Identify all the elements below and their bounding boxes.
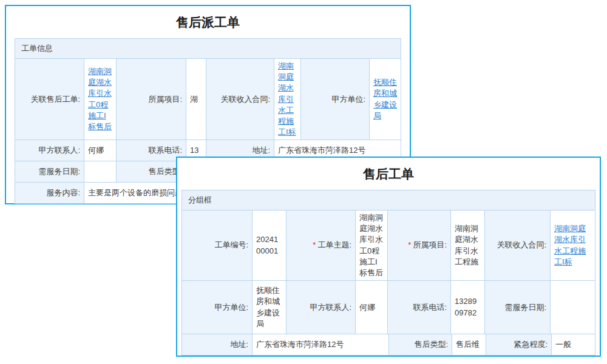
field-label: 工单编号:: [182, 211, 252, 280]
work-order-window: 售后工单 分组框 工单编号:2024100001*工单主题:湖南洞庭湖水库引水工…: [176, 157, 601, 357]
field-label: 售后类型:: [388, 334, 452, 355]
field-label: *所属项目:: [387, 211, 450, 280]
field-value: 湖: [186, 59, 206, 140]
record-link[interactable]: 湖南洞庭湖水库引水工程施工I标: [278, 61, 297, 138]
field-label: 所属项目:: [116, 59, 186, 140]
field-value: 湖南洞庭湖水库引水工程施工I标: [550, 211, 595, 280]
field-value: 一般: [551, 334, 595, 355]
form-row: 地址:广东省珠海市菏泽路12号售后类型:售后维紧急程度:一般: [182, 334, 595, 355]
section-header: 工单信息: [15, 39, 401, 58]
field-label: 紧急程度:: [486, 334, 551, 355]
field-value: 何娜: [355, 281, 387, 334]
field-value: [550, 281, 595, 334]
field-label: 服务内容:: [15, 183, 84, 203]
field-label: 地址:: [182, 334, 252, 355]
record-link[interactable]: 湖南洞庭湖水库引水工0程施工I标售后: [88, 66, 112, 132]
field-label: 甲方单位:: [300, 59, 369, 140]
page-title: 售后工单: [181, 166, 595, 183]
field-label: 联系电话:: [116, 140, 186, 161]
form-row: 工单编号:2024100001*工单主题:湖南洞庭湖水库引水工0程施工I标售后*…: [182, 210, 595, 280]
form-rows: 工单编号:2024100001*工单主题:湖南洞庭湖水库引水工0程施工I标售后*…: [182, 210, 595, 355]
field-value: 售后维: [452, 334, 486, 355]
field-value: 何娜: [84, 140, 116, 161]
page-title: 售后派工单: [15, 14, 401, 31]
field-label: 需服务日期:: [484, 281, 550, 334]
group-box-table: 分组框 工单编号:2024100001*工单主题:湖南洞庭湖水库引水工0程施工I…: [181, 190, 595, 356]
field-label: 甲方联系人:: [286, 281, 355, 334]
field-value: 湖南洞庭湖水库引水工0程施工I标售后: [84, 59, 116, 140]
required-asterisk: *: [408, 240, 411, 251]
field-value: 湖南洞庭湖水库引水工程施: [450, 211, 484, 280]
field-value: 湖南洞庭湖水库引水工0程施工I标售后: [355, 211, 387, 280]
field-label: *工单主题:: [286, 211, 355, 280]
field-value: [84, 161, 116, 182]
field-value: 湖南洞庭湖水库引水工程施工I标: [274, 59, 300, 140]
field-label: 售后类型:: [116, 161, 186, 182]
field-value: 抚顺住房和城乡建设局: [369, 59, 401, 140]
field-label: 联系电话:: [387, 281, 450, 334]
field-value: 1328909782: [450, 281, 484, 334]
field-value: 广东省珠海市菏泽路12号: [252, 334, 388, 355]
field-label: 关联收入合同:: [484, 211, 550, 280]
form-row: 甲方单位:抚顺住房和城乡建设局甲方联系人:何娜联系电话:1328909782需服…: [182, 280, 595, 334]
field-value: 2024100001: [252, 211, 286, 280]
field-label: 需服务日期:: [15, 161, 84, 182]
field-label: 关联售后工单:: [15, 59, 84, 140]
field-label: 关联收入合同:: [206, 59, 274, 140]
required-asterisk: *: [313, 240, 316, 251]
field-label: 甲方联系人:: [15, 140, 84, 161]
record-link[interactable]: 湖南洞庭湖水库引水工程施工I标: [554, 223, 591, 268]
field-value: 抚顺住房和城乡建设局: [252, 281, 286, 334]
record-link[interactable]: 抚顺住房和城乡建设局: [373, 77, 397, 121]
section-header: 分组框: [182, 190, 595, 210]
field-label: 甲方单位:: [182, 281, 252, 334]
form-row: 关联售后工单:湖南洞庭湖水库引水工0程施工I标售后所属项目:湖关联收入合同:湖南…: [15, 58, 401, 140]
